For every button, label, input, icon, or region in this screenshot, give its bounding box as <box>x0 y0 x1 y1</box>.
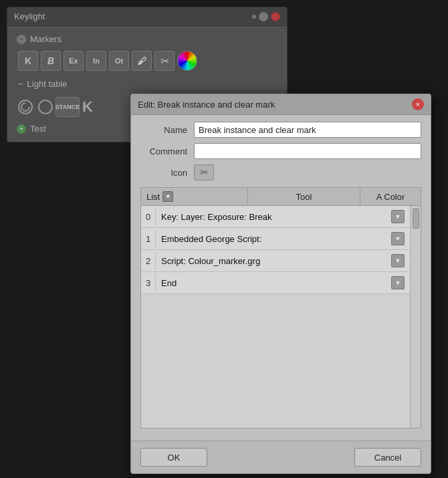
bg-window-title: Keylight <box>14 11 45 21</box>
stance-btn[interactable]: STANCE <box>55 97 80 117</box>
markers-label: Markers <box>30 34 62 44</box>
modal-titlebar: Edit: Break instance and clear mark × <box>131 94 431 115</box>
modal-title: Edit: Break instance and clear mark <box>138 100 275 110</box>
minimize-btn[interactable] <box>259 12 268 21</box>
name-label: Name <box>140 125 187 135</box>
k-toolbar-btn[interactable]: K <box>18 51 38 71</box>
scrollbar-thumb[interactable] <box>413 209 419 229</box>
row-content-3: End ▼ <box>156 272 410 293</box>
empty-rows-area <box>141 294 410 428</box>
dot-indicator <box>252 15 256 19</box>
collapse-lighttable-icon[interactable]: − <box>18 79 23 89</box>
light-table-label: Light table <box>27 79 68 89</box>
row-num-0: 0 <box>141 208 156 226</box>
cancel-button[interactable]: Cancel <box>354 448 421 467</box>
table-rows-area: 0 Key: Layer: Exposure: Break ▼ 1 Embedd… <box>141 206 410 428</box>
row-text-3: End <box>161 278 177 288</box>
table-row: 0 Key: Layer: Exposure: Break ▼ <box>141 206 410 228</box>
modal-body: Name Comment Icon ✂ List ▼ Tool <box>131 115 431 441</box>
k-large-icon[interactable]: K <box>82 98 93 116</box>
row-dropdown-1[interactable]: ▼ <box>391 232 405 245</box>
list-dropdown-arrow[interactable]: ▼ <box>162 191 173 202</box>
list-column-header: List ▼ <box>141 188 248 205</box>
row-content-2: Script: Colour_marker.grg ▼ <box>156 250 410 271</box>
tool-column-header: Tool <box>248 188 360 205</box>
comment-label: Comment <box>140 146 187 156</box>
light-table-section: − Light table <box>13 75 282 93</box>
window-controls <box>252 12 280 21</box>
droplet-icon[interactable]: 🖌 <box>132 51 152 71</box>
bg-window-titlebar: Keylight <box>7 7 287 26</box>
ok-button[interactable]: OK <box>140 448 207 467</box>
name-input[interactable] <box>194 122 421 138</box>
circle-arrow-icon[interactable] <box>18 100 33 114</box>
ot-toolbar-btn[interactable]: Ot <box>109 51 129 71</box>
table-row: 2 Script: Colour_marker.grg ▼ <box>141 250 410 272</box>
markers-section: − Markers <box>13 31 282 47</box>
in-toolbar-btn[interactable]: In <box>86 51 106 71</box>
row-num-1: 1 <box>141 230 156 248</box>
scrollbar[interactable] <box>410 206 421 428</box>
icon-label: Icon <box>140 168 187 178</box>
modal-footer: OK Cancel <box>131 441 431 473</box>
circle-icon2[interactable] <box>38 100 53 114</box>
edit-dialog: Edit: Break instance and clear mark × Na… <box>130 94 431 474</box>
close-btn[interactable] <box>271 12 280 21</box>
test-label: Test <box>30 124 46 134</box>
table-row: 1 Embedded George Script: ▼ <box>141 228 410 250</box>
action-table: List ▼ Tool A Color 0 Key: Layer: Exposu… <box>140 187 421 429</box>
row-content-1: Embedded George Script: ▼ <box>156 228 410 249</box>
scissors-icon-btn[interactable]: ✂ <box>194 164 214 181</box>
ex-toolbar-btn[interactable]: Ex <box>64 51 84 71</box>
icon-row: Icon ✂ <box>140 164 421 181</box>
row-text-1: Embedded George Script: <box>161 234 261 244</box>
collapse-markers-icon[interactable]: − <box>17 35 26 44</box>
color-wheel-icon[interactable] <box>177 51 197 71</box>
scissors-icon[interactable]: ✂ <box>154 51 175 71</box>
collapse-test-icon[interactable]: + <box>17 124 26 134</box>
table-header: List ▼ Tool A Color <box>141 188 421 206</box>
row-text-2: Script: Colour_marker.grg <box>161 256 260 266</box>
row-content-0: Key: Layer: Exposure: Break ▼ <box>156 206 410 227</box>
comment-input[interactable] <box>194 143 421 159</box>
table-row: 3 End ▼ <box>141 272 410 294</box>
row-dropdown-3[interactable]: ▼ <box>391 276 405 289</box>
toolbar-row: K B Ex In Ot 🖌 ✂ <box>13 47 282 75</box>
row-num-2: 2 <box>141 252 156 270</box>
color-column-header: A Color <box>360 188 421 205</box>
table-wrapper: 0 Key: Layer: Exposure: Break ▼ 1 Embedd… <box>141 206 421 428</box>
row-text-0: Key: Layer: Exposure: Break <box>161 212 271 222</box>
row-num-3: 3 <box>141 274 156 292</box>
name-row: Name <box>140 122 421 138</box>
modal-close-btn[interactable]: × <box>412 98 424 110</box>
row-dropdown-2[interactable]: ▼ <box>391 254 405 267</box>
b-toolbar-btn[interactable]: B <box>41 51 61 71</box>
comment-row: Comment <box>140 143 421 159</box>
row-dropdown-0[interactable]: ▼ <box>391 210 405 223</box>
